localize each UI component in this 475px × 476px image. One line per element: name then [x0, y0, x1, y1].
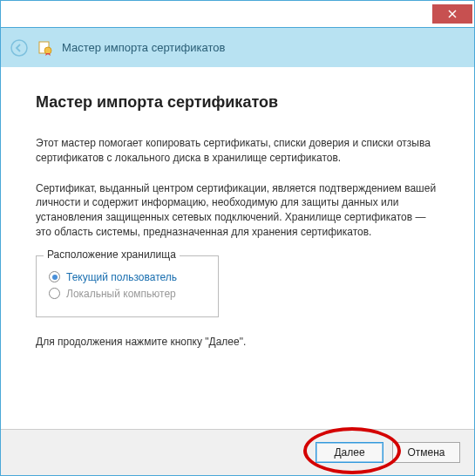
- radio-local-machine-label: Локальный компьютер: [66, 288, 176, 300]
- radio-current-user-label: Текущий пользователь: [66, 271, 177, 283]
- certificate-icon: [37, 40, 53, 56]
- page-heading: Мастер импорта сертификатов: [36, 93, 439, 112]
- intro-paragraph-1: Этот мастер помогает копировать сертифик…: [36, 136, 439, 166]
- titlebar: [1, 1, 474, 28]
- continue-hint: Для продолжения нажмите кнопку "Далее".: [36, 335, 439, 350]
- radio-current-user[interactable]: Текущий пользователь: [49, 271, 206, 283]
- wizard-window: Мастер импорта сертификатов Мастер импор…: [0, 0, 475, 476]
- cancel-button[interactable]: Отмена: [392, 442, 460, 463]
- back-button[interactable]: [10, 38, 29, 58]
- intro-paragraph-2: Сертификат, выданный центром сертификаци…: [36, 181, 439, 240]
- svg-point-2: [11, 40, 27, 56]
- wizard-header: Мастер импорта сертификатов: [1, 28, 474, 67]
- svg-point-4: [44, 47, 51, 54]
- close-button[interactable]: [432, 4, 472, 24]
- store-location-legend: Расположение хранилища: [44, 248, 180, 261]
- back-arrow-icon: [10, 38, 29, 58]
- radio-icon: [49, 271, 60, 282]
- wizard-footer: Далее Отмена: [1, 429, 474, 475]
- wizard-title: Мастер импорта сертификатов: [62, 41, 225, 54]
- radio-local-machine[interactable]: Локальный компьютер: [49, 288, 206, 300]
- store-location-group: Расположение хранилища Текущий пользоват…: [36, 255, 219, 317]
- next-button[interactable]: Далее: [316, 442, 383, 463]
- radio-icon: [49, 288, 60, 299]
- close-icon: [448, 10, 457, 18]
- wizard-content: Мастер импорта сертификатов Этот мастер …: [1, 67, 474, 429]
